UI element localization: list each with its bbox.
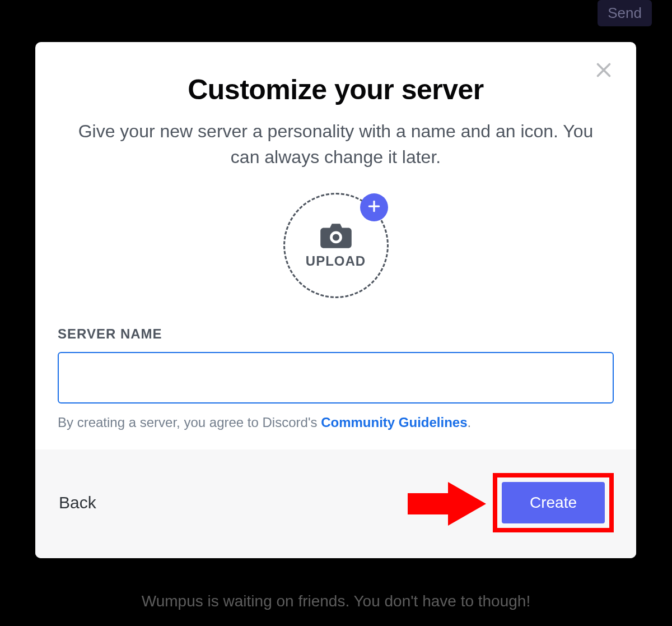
server-name-input[interactable] [58,352,614,404]
guidelines-text: By creating a server, you agree to Disco… [58,415,614,430]
camera-icon [320,222,352,250]
plus-icon [367,199,381,216]
create-button[interactable]: Create [502,482,605,523]
annotation-highlight-box: Create [493,473,614,532]
community-guidelines-link[interactable]: Community Guidelines [321,415,467,430]
guidelines-prefix: By creating a server, you agree to Disco… [58,415,321,430]
close-button[interactable] [591,59,616,84]
plus-badge [360,193,388,221]
server-name-field-group: SERVER NAME [58,326,614,404]
svg-marker-6 [408,482,486,526]
guidelines-suffix: . [468,415,472,430]
upload-label: UPLOAD [306,253,366,269]
back-button[interactable]: Back [59,493,96,512]
send-button-bg: Send [598,0,652,26]
modal-body: Customize your server Give your new serv… [35,42,636,449]
customize-server-modal: Customize your server Give your new serv… [35,42,636,558]
svg-point-3 [332,234,339,240]
annotation-arrow-icon [408,480,486,528]
modal-footer: Back Create [35,449,636,558]
modal-subtitle: Give your new server a personality with … [78,118,594,170]
server-name-label: SERVER NAME [58,326,614,342]
close-icon [594,60,614,82]
modal-title: Customize your server [188,73,484,106]
upload-avatar-button[interactable]: UPLOAD [283,193,389,298]
background-hint-text: Wumpus is waiting on friends. You don't … [0,592,672,610]
